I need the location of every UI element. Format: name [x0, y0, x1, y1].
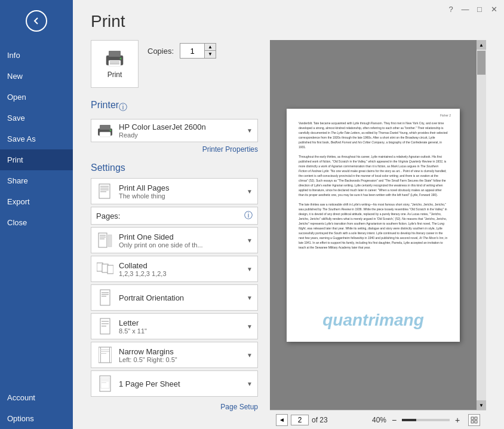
fit-page-button[interactable]: [468, 414, 480, 426]
svg-rect-35: [100, 351, 109, 352]
sidebar-item-save-as[interactable]: Save As: [0, 128, 73, 149]
copies-input-wrap: ▲ ▼: [180, 43, 216, 59]
svg-rect-14: [100, 191, 106, 192]
pages-input[interactable]: [128, 212, 242, 220]
print-range-icon: [96, 182, 114, 200]
setting-row-pages-per-sheet[interactable]: 1 Page Per Sheet ▼: [91, 370, 258, 397]
sidebar-item-print[interactable]: Print: [0, 149, 73, 170]
pages-info-icon[interactable]: ⓘ: [244, 210, 253, 221]
svg-rect-42: [471, 417, 474, 419]
printer-properties-link[interactable]: Printer Properties: [202, 145, 258, 154]
copies-up-button[interactable]: ▲: [205, 44, 216, 51]
svg-rect-34: [100, 350, 109, 350]
minimize-button[interactable]: —: [459, 2, 472, 16]
svg-rect-30: [102, 326, 106, 327]
svg-rect-28: [102, 321, 109, 322]
preview-scroll-wrap: Fisher 2 Vanderbilt. Tate became acquain…: [270, 40, 486, 410]
prev-page-button[interactable]: ◄: [276, 414, 288, 426]
printer-icon: [104, 50, 125, 68]
copies-down-button[interactable]: ▼: [205, 51, 216, 58]
paper-size-icon: [96, 317, 114, 335]
setting-main-margins: Narrow Margins: [119, 347, 247, 356]
page-setup-link[interactable]: Page Setup: [220, 403, 258, 411]
main-content: Print Print: [73, 0, 504, 429]
sidebar-item-save[interactable]: Save: [0, 108, 73, 128]
print-button[interactable]: Print: [91, 40, 139, 88]
help-button[interactable]: ?: [444, 2, 457, 16]
setting-sub-print-range: The whole thing: [119, 192, 247, 200]
margins-dropdown-arrow: ▼: [247, 352, 253, 358]
zoom-label: 40%: [372, 416, 386, 424]
setting-row-collated[interactable]: Collated 1,2,3 1,2,3 1,2,3 ▼: [91, 256, 258, 282]
preview-watermark: quantrimang: [322, 311, 424, 330]
sides-icon: [96, 231, 114, 249]
settings-section: Settings Print All Pages: [91, 163, 258, 411]
setting-row-margins[interactable]: Narrow Margins Left: 0.5" Right: 0.5" ▼: [91, 342, 258, 368]
zoom-minus-button[interactable]: −: [389, 415, 399, 425]
pages-label: Pages:: [96, 212, 123, 220]
orientation-icon: [96, 289, 114, 307]
zoom-plus-button[interactable]: +: [453, 415, 462, 425]
svg-rect-44: [471, 421, 474, 423]
svg-rect-23: [100, 290, 110, 305]
printer-small-icon: [96, 124, 114, 138]
sidebar-item-close[interactable]: Close: [0, 212, 73, 233]
setting-row-orientation[interactable]: Portrait Orientation ▼: [91, 284, 258, 311]
setting-text-collated: Collated 1,2,3 1,2,3 1,2,3: [119, 261, 247, 277]
svg-point-9: [110, 129, 112, 131]
sidebar-item-info[interactable]: Info: [0, 45, 73, 66]
back-arrow-icon: [32, 17, 41, 25]
page-title: Print: [91, 12, 486, 31]
svg-rect-43: [475, 417, 477, 419]
sidebar-item-share[interactable]: Share: [0, 170, 73, 191]
pages-row: Pages: ⓘ: [91, 207, 258, 225]
print-btn-label: Print: [107, 71, 122, 79]
setting-main-collated: Collated: [119, 261, 247, 270]
svg-rect-26: [102, 296, 106, 297]
setting-text-margins: Narrow Margins Left: 0.5" Right: 0.5": [119, 347, 247, 363]
copies-input[interactable]: [180, 44, 204, 58]
copies-spinners: ▲ ▼: [204, 44, 216, 58]
svg-rect-40: [102, 381, 109, 381]
svg-rect-4: [110, 63, 119, 65]
print-button-row: Print Copies: ▲ ▼: [91, 40, 258, 88]
preview-area: Fisher 2 Vanderbilt. Tate became acquain…: [270, 40, 486, 429]
sidebar: InfoNewOpenSaveSave AsPrintShareExportCl…: [0, 0, 73, 429]
copies-label: Copies:: [147, 47, 174, 56]
sidebar-item-open[interactable]: Open: [0, 87, 73, 108]
svg-rect-45: [475, 421, 477, 423]
title-area: Print: [73, 0, 504, 40]
scroll-down-button[interactable]: ▼: [477, 400, 486, 410]
close-window-button[interactable]: ✕: [487, 2, 500, 16]
svg-rect-7: [100, 125, 110, 130]
svg-rect-37: [100, 376, 110, 391]
sidebar-item-account[interactable]: Account: [0, 387, 73, 408]
current-page-input[interactable]: [291, 415, 309, 425]
setting-text-sides: Print One Sided Only print on one side o…: [119, 232, 247, 249]
setting-row-sides[interactable]: Print One Sided Only print on one side o…: [91, 227, 258, 253]
setting-sub-paper-size: 8.5" x 11": [119, 327, 247, 335]
setting-row-paper-size[interactable]: Letter 8.5" x 11" ▼: [91, 313, 258, 339]
sidebar-item-new[interactable]: New: [0, 66, 73, 87]
printer-name: HP Color LaserJet 2600n: [119, 122, 247, 131]
printer-select[interactable]: HP Color LaserJet 2600n Ready ▼: [91, 119, 258, 142]
zoom-slider[interactable]: [402, 419, 450, 421]
sidebar-item-options[interactable]: Options: [0, 408, 73, 429]
restore-button[interactable]: □: [473, 2, 486, 16]
preview-paper: Fisher 2 Vanderbilt. Tate became acquain…: [287, 109, 460, 342]
scroll-up-button[interactable]: ▲: [477, 40, 486, 50]
sidebar-item-export[interactable]: Export: [0, 191, 73, 212]
orientation-dropdown-arrow: ▼: [247, 295, 253, 301]
printer-section: Printer ⓘ HP Color LaserJet 2600n Ready …: [91, 100, 258, 154]
svg-rect-17: [100, 237, 106, 238]
preview-bottom: ◄ of 23 40% − +: [270, 410, 486, 429]
setting-row-print-range[interactable]: Print All Pages The whole thing ▼: [91, 178, 258, 204]
setting-main-sides: Print One Sided: [119, 232, 247, 241]
paper-size-dropdown-arrow: ▼: [247, 323, 253, 330]
svg-rect-41: [102, 382, 106, 383]
back-button[interactable]: [21, 6, 51, 36]
printer-info: HP Color LaserJet 2600n Ready: [119, 122, 247, 139]
scroll-thumb[interactable]: [477, 51, 485, 75]
printer-info-icon[interactable]: ⓘ: [119, 102, 127, 113]
svg-rect-32: [100, 347, 101, 363]
